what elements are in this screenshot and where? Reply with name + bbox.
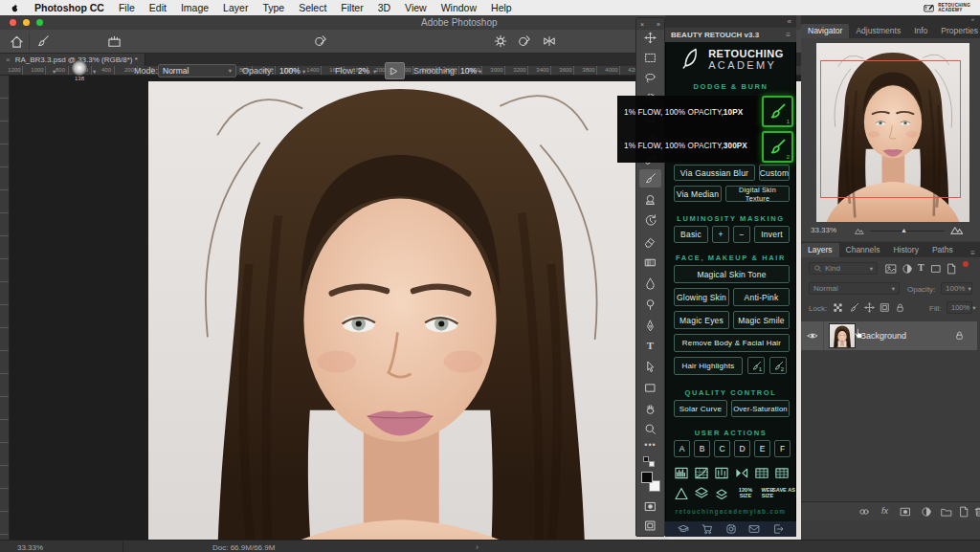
luminosity-plus-button[interactable]: + (712, 226, 729, 243)
move-tool[interactable] (636, 32, 664, 44)
hair-highlights-button[interactable]: Hair Highlights (674, 357, 743, 375)
grid-action-icon[interactable] (754, 466, 769, 480)
email-icon[interactable] (748, 523, 760, 535)
hair-brush-1-button[interactable]: 1 (747, 357, 765, 374)
chevron-down-icon[interactable]: ▾ (479, 68, 481, 76)
vertical-ruler[interactable] (0, 76, 10, 540)
before-after-action-icon[interactable] (734, 466, 749, 480)
foreground-color-swatch[interactable] (641, 472, 653, 483)
lasso-tool[interactable] (636, 72, 664, 84)
brush-tool-preset-icon[interactable] (36, 34, 50, 48)
luminosity-basic-button[interactable]: Basic (674, 226, 708, 243)
curves-action-icon[interactable] (694, 466, 709, 480)
add-mask-icon[interactable] (900, 506, 911, 518)
luminosity-invert-button[interactable]: Invert (754, 226, 790, 243)
sign-out-icon[interactable] (772, 523, 784, 535)
status-chevron-icon[interactable]: › (476, 542, 479, 552)
user-action-d-button[interactable]: D (734, 440, 750, 457)
remove-body-facial-hair-button[interactable]: Remove Body & Facial Hair (674, 334, 790, 352)
via-median-button[interactable]: Via Median (674, 186, 722, 202)
tab-channels[interactable]: Channels (839, 243, 887, 257)
pressure-size-icon[interactable] (518, 34, 531, 48)
clone-stamp-tool[interactable] (636, 193, 664, 206)
brush-settings-panel-icon[interactable] (107, 34, 122, 49)
menu-help[interactable]: Help (491, 2, 512, 13)
chevron-down-icon[interactable]: ▾ (373, 68, 376, 76)
layer-style-fx-button[interactable]: fx (881, 506, 888, 516)
home-icon[interactable] (10, 34, 24, 49)
apple-icon[interactable] (10, 3, 20, 13)
education-cap-icon[interactable] (678, 523, 689, 535)
levels-action-icon[interactable] (714, 466, 729, 480)
pen-tool[interactable] (636, 320, 664, 332)
mode-select[interactable]: Normal▾ (158, 64, 236, 77)
menu-window[interactable]: Window (441, 2, 477, 13)
hand-tool[interactable] (636, 403, 664, 415)
status-zoom-value[interactable]: 33.33% (17, 543, 43, 552)
brush-tool-selected[interactable] (636, 172, 664, 185)
flow-value[interactable]: 2% (358, 66, 369, 76)
zoom-tool[interactable] (636, 423, 664, 435)
panel-collapse-strip[interactable]: « (665, 15, 796, 28)
tab-paths[interactable]: Paths (925, 243, 960, 257)
menu-file[interactable]: File (119, 2, 135, 13)
lock-transparency-icon[interactable] (833, 302, 843, 313)
edit-toolbar-button[interactable]: ••• (636, 440, 664, 450)
swap-colors-mini-bg[interactable] (649, 461, 655, 467)
user-action-b-button[interactable]: B (694, 440, 710, 457)
luminosity-minus-button[interactable]: − (733, 226, 750, 243)
chevron-down-icon[interactable]: ▾ (93, 68, 96, 76)
slider-thumb[interactable]: ▲ (901, 227, 907, 233)
dodge-tool[interactable] (636, 298, 664, 311)
history-brush-tool[interactable] (636, 214, 664, 227)
menu-view[interactable]: View (405, 2, 427, 13)
new-adjustment-layer-icon[interactable] (921, 506, 932, 518)
panel-menu-icon[interactable]: ≡ (970, 249, 975, 257)
path-selection-tool[interactable] (636, 361, 664, 373)
gradient-tool[interactable] (636, 256, 664, 269)
magic-eyes-button[interactable]: Magic Eyes (674, 311, 729, 329)
navigator-zoom-value[interactable]: 33.33% (811, 226, 836, 234)
filter-adjustment-icon[interactable] (902, 263, 913, 275)
cart-icon[interactable] (702, 523, 713, 535)
user-action-a-button[interactable]: A (674, 440, 690, 457)
anti-pink-button[interactable]: Anti-Pink (733, 288, 790, 306)
zoom-in-mountains-icon[interactable] (950, 223, 964, 236)
airbrush-toggle-active[interactable] (385, 62, 405, 79)
lock-pixels-icon[interactable] (849, 302, 859, 313)
menu-edit[interactable]: Edit (149, 2, 167, 13)
user-action-e-button[interactable]: E (754, 440, 770, 457)
user-action-c-button[interactable]: C (714, 440, 730, 457)
minimize-window-button[interactable] (23, 19, 30, 26)
link-layers-icon[interactable] (858, 506, 870, 518)
filter-type-icon[interactable]: T (918, 262, 924, 273)
blend-mode-select[interactable]: Normal▾ (809, 282, 900, 295)
filter-image-icon[interactable] (885, 263, 897, 275)
dodge-burn-brush-1-button[interactable]: 1 (762, 96, 793, 127)
magic-smile-button[interactable]: Magic Smile (733, 311, 790, 329)
via-gaussian-blur-button[interactable]: Via Gaussian Blur (674, 165, 755, 181)
menu-filter[interactable]: Filter (341, 2, 363, 13)
layer-fill-field[interactable]: 100%▾ (947, 301, 972, 314)
eraser-tool[interactable] (636, 235, 664, 248)
gear-icon[interactable] (494, 34, 507, 48)
flatten-layers-action-icon[interactable] (714, 486, 729, 501)
zoom-window-button[interactable] (36, 19, 43, 26)
layer-filter-kind-select[interactable]: Kind▾ (809, 262, 878, 275)
shape-tool[interactable] (636, 382, 664, 394)
dock-collapse-strip[interactable]: « (801, 15, 980, 23)
chevron-down-icon[interactable]: ▾ (302, 68, 305, 76)
navigator-zoom-slider[interactable] (870, 231, 945, 232)
over-saturation-button[interactable]: Over-Saturation (731, 400, 790, 417)
tab-history[interactable]: History (886, 243, 924, 257)
navigator-view-box[interactable] (820, 60, 961, 198)
menu-image[interactable]: Image (181, 2, 209, 13)
collapse-icon[interactable]: « (971, 16, 974, 22)
new-group-folder-icon[interactable] (941, 506, 952, 518)
tab-properties[interactable]: Properties (934, 24, 980, 38)
layer-opacity-field[interactable]: 100%▾ (941, 282, 972, 295)
magical-skin-tone-button[interactable]: Magical Skin Tone (674, 265, 790, 283)
screen-mode-button[interactable] (636, 519, 664, 532)
opacity-value[interactable]: 100% (279, 66, 301, 76)
new-layer-icon[interactable] (958, 506, 969, 518)
